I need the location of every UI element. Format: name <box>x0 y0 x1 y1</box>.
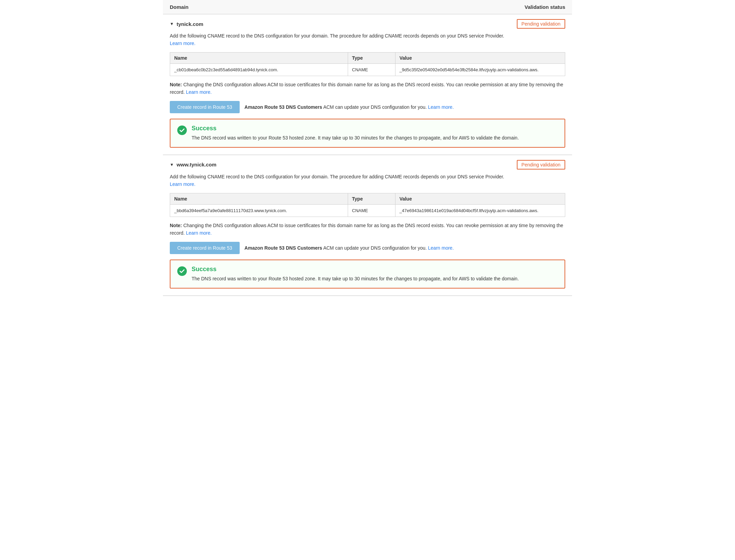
success-icon-1 <box>177 126 187 135</box>
table-row: _bbd6a394eef5a7a9e0afe88111170d23.www.ty… <box>170 204 565 217</box>
page-container: Domain Validation status ▼ tynick.com Pe… <box>163 0 572 296</box>
domain-title-row-1: ▼ tynick.com Pending validation <box>170 14 565 32</box>
description-text-2: Add the following CNAME record to the DN… <box>170 173 565 188</box>
checkmark-icon-1 <box>179 128 185 133</box>
action-text-2: Amazon Route 53 DNS Customers ACM can up… <box>244 245 454 251</box>
domain-section-2: ▼ www.tynick.com Pending validation Add … <box>163 155 572 296</box>
action-row-2: Create record in Route 53 Amazon Route 5… <box>170 242 565 254</box>
learn-more-link-2b[interactable]: Learn more. <box>186 230 211 236</box>
col-header-value-1: Value <box>395 52 565 63</box>
action-learn-more-link-2[interactable]: Learn more. <box>428 245 454 251</box>
action-learn-more-link-1[interactable]: Learn more. <box>428 104 454 110</box>
success-title-2: Success <box>192 266 519 273</box>
success-content-2: Success The DNS record was written to yo… <box>192 266 519 282</box>
create-record-button-1[interactable]: Create record in Route 53 <box>170 101 240 113</box>
learn-more-link-1b[interactable]: Learn more. <box>186 89 211 95</box>
dns-type-cell-1: CNAME <box>348 63 395 76</box>
domain-section-1: ▼ tynick.com Pending validation Add the … <box>163 14 572 155</box>
success-box-1: Success The DNS record was written to yo… <box>170 119 565 148</box>
note-text-1: Note: Changing the DNS configuration all… <box>170 81 565 96</box>
dns-name-cell-2: _bbd6a394eef5a7a9e0afe88111170d23.www.ty… <box>170 204 348 217</box>
success-title-1: Success <box>192 125 519 132</box>
chevron-down-icon-2: ▼ <box>170 162 174 167</box>
table-row: _cb01dbea6c0b22c3ed55a6d4891ab94d.tynick… <box>170 63 565 76</box>
col-header-value-2: Value <box>395 193 565 204</box>
dns-value-cell-1: _9d5c35f2e054092e0d54b54e3fb2584e.ltfvzj… <box>395 63 565 76</box>
success-content-1: Success The DNS record was written to yo… <box>192 125 519 142</box>
domain-column-header: Domain <box>170 4 189 10</box>
table-header-row: Domain Validation status <box>163 0 572 14</box>
domain-title-left-1: ▼ tynick.com <box>170 21 203 27</box>
col-header-name-2: Name <box>170 193 348 204</box>
note-text-2: Note: Changing the DNS configuration all… <box>170 222 565 237</box>
success-icon-2 <box>177 266 187 276</box>
success-box-2: Success The DNS record was written to yo… <box>170 260 565 289</box>
col-header-type-2: Type <box>348 193 395 204</box>
checkmark-icon-2 <box>179 268 185 274</box>
action-row-1: Create record in Route 53 Amazon Route 5… <box>170 101 565 113</box>
dns-table-1: Name Type Value _cb01dbea6c0b22c3ed55a6d… <box>170 52 565 76</box>
dns-name-cell-1: _cb01dbea6c0b22c3ed55a6d4891ab94d.tynick… <box>170 63 348 76</box>
domain-title-left-2: ▼ www.tynick.com <box>170 162 216 167</box>
dns-value-cell-2: _47e6943a1986141e019ac684d04bcf5f.ltfvzj… <box>395 204 565 217</box>
domain-name-1: tynick.com <box>177 21 203 27</box>
status-badge-2: Pending validation <box>517 160 565 170</box>
success-message-1: The DNS record was written to your Route… <box>192 134 519 142</box>
success-message-2: The DNS record was written to your Route… <box>192 275 519 282</box>
domain-name-2: www.tynick.com <box>177 162 216 167</box>
col-header-type-1: Type <box>348 52 395 63</box>
col-header-name-1: Name <box>170 52 348 63</box>
description-text-1: Add the following CNAME record to the DN… <box>170 32 565 47</box>
chevron-down-icon-1: ▼ <box>170 21 174 26</box>
action-text-1: Amazon Route 53 DNS Customers ACM can up… <box>244 104 454 110</box>
dns-table-2: Name Type Value _bbd6a394eef5a7a9e0afe88… <box>170 193 565 217</box>
status-badge-1: Pending validation <box>517 19 565 29</box>
domain-title-row-2: ▼ www.tynick.com Pending validation <box>170 155 565 173</box>
learn-more-link-2a[interactable]: Learn more. <box>170 181 195 187</box>
create-record-button-2[interactable]: Create record in Route 53 <box>170 242 240 254</box>
status-column-header: Validation status <box>525 4 565 10</box>
dns-type-cell-2: CNAME <box>348 204 395 217</box>
learn-more-link-1a[interactable]: Learn more. <box>170 41 195 46</box>
